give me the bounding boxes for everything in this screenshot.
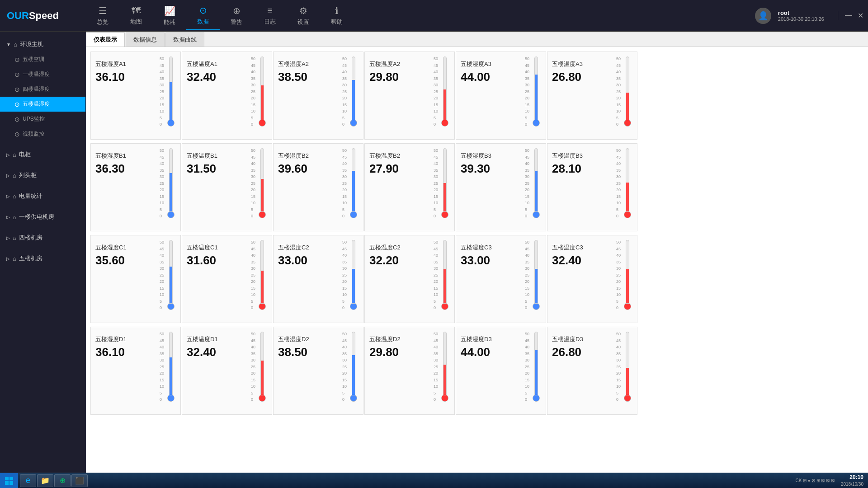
thermo-bulb-2-5 bbox=[624, 303, 631, 310]
gauge-cell-1-1[interactable]: 五楼温度B131.5050454035302520151050 bbox=[182, 143, 272, 231]
gauge-row-0: 五楼湿度A136.1050454035302520151050五楼温度A132.… bbox=[90, 52, 863, 140]
nav-help[interactable]: ℹ 帮助 bbox=[320, 2, 354, 30]
gauge-cell-2-4[interactable]: 五楼湿度C333.0050454035302520151050 bbox=[456, 235, 546, 323]
tab-data-curve[interactable]: 数据曲线 bbox=[165, 33, 204, 47]
nav-energy[interactable]: 📈 能耗 bbox=[153, 2, 186, 30]
thermo-tube-0-2 bbox=[352, 56, 355, 120]
floor4-room-house-icon: ⌂ bbox=[13, 235, 16, 241]
taskbar-items: e 📁 ⊕ ⬛ bbox=[18, 474, 793, 487]
gauge-cell-2-2[interactable]: 五楼湿度C233.0050454035302520151050 bbox=[273, 235, 363, 323]
thermo-body-2-5 bbox=[624, 240, 631, 310]
gauge-cell-2-0[interactable]: 五楼湿度C135.6050454035302520151050 bbox=[90, 235, 181, 323]
sidebar-group-elec-header[interactable]: ▷ ⌂ 电柜 bbox=[0, 147, 85, 162]
thermometer-2-4: 50454035302520151050 bbox=[524, 240, 539, 310]
gauge-cell-0-3[interactable]: 五楼温度A229.8050454035302520151050 bbox=[364, 52, 455, 140]
nav-log[interactable]: ≡ 日志 bbox=[253, 2, 287, 29]
taskbar-terminal-button[interactable]: ⬛ bbox=[71, 474, 88, 487]
gauge-value-3-3: 29.80 bbox=[369, 345, 399, 359]
thermometer-1-2: 50454035302520151050 bbox=[341, 148, 357, 218]
power-stat-group-label: 电量统计 bbox=[19, 192, 42, 200]
thermo-tube-2-2 bbox=[352, 240, 355, 304]
data-icon: ⊙ bbox=[199, 5, 207, 16]
thermo-tube-2-1 bbox=[260, 240, 264, 304]
nav-alert[interactable]: ⊕ 警告 bbox=[220, 2, 253, 30]
username: root bbox=[778, 9, 824, 16]
gauge-cell-0-0[interactable]: 五楼湿度A136.1050454035302520151050 bbox=[90, 52, 181, 140]
nav-map[interactable]: 🗺 地图 bbox=[119, 2, 153, 29]
gauge-cell-1-5[interactable]: 五楼温度B328.1050454035302520151050 bbox=[547, 143, 637, 231]
thermo-body-3-3 bbox=[442, 332, 448, 402]
sidebar-group-floor4-room-header[interactable]: ▷ ⌂ 四楼机房 bbox=[0, 230, 85, 245]
thermometer-3-2: 50454035302520151050 bbox=[341, 332, 357, 402]
gauge-cell-3-0[interactable]: 五楼湿度D136.1050454035302520151050 bbox=[90, 327, 181, 415]
taskbar-folder-button[interactable]: 📁 bbox=[37, 474, 53, 487]
floor5-temp-dot-icon: ⊙ bbox=[14, 101, 20, 108]
gauge-cell-3-1[interactable]: 五楼温度D132.4050454035302520151050 bbox=[182, 327, 272, 415]
nav-datetime: 2018-10-30 20:10:26 bbox=[778, 16, 824, 22]
gauge-cell-2-3[interactable]: 五楼温度C232.2050454035302520151050 bbox=[364, 235, 455, 323]
gauge-label-2-5: 五楼温度C3 bbox=[552, 244, 583, 252]
taskbar-ie-button[interactable]: e bbox=[20, 474, 36, 487]
gauge-label-2-0: 五楼湿度C1 bbox=[95, 244, 127, 252]
thermo-bulb-0-4 bbox=[533, 119, 540, 127]
thermo-bulb-3-5 bbox=[624, 394, 631, 402]
thermometer-0-2: 50454035302520151050 bbox=[341, 56, 357, 127]
gauge-cell-0-2[interactable]: 五楼湿度A238.5050454035302520151050 bbox=[273, 52, 363, 140]
gauge-cell-3-2[interactable]: 五楼湿度D238.5050454035302520151050 bbox=[273, 327, 363, 415]
sidebar-item-ac[interactable]: ⊙ 五楼空调 bbox=[0, 52, 85, 67]
sidebar-group-floor5-room-header[interactable]: ▷ ⌂ 五楼机房 bbox=[0, 251, 85, 266]
thermo-tube-1-2 bbox=[352, 148, 355, 212]
top-nav: OURSpeed ☰ 总览 🗺 地图 📈 能耗 ⊙ 数据 ⊕ 警告 ≡ 日志 ⚙… bbox=[0, 0, 868, 32]
gauge-cell-2-5[interactable]: 五楼温度C332.4050454035302520151050 bbox=[547, 235, 637, 323]
nav-data[interactable]: ⊙ 数据 bbox=[186, 1, 220, 30]
gauge-cell-1-3[interactable]: 五楼温度B227.9050454035302520151050 bbox=[364, 143, 455, 231]
sidebar-item-video[interactable]: ⊙ 视频监控 bbox=[0, 127, 85, 141]
env-expand-arrow: ▼ bbox=[6, 42, 11, 47]
gauge-label-2-4: 五楼湿度C3 bbox=[461, 244, 492, 252]
gauge-cell-3-4[interactable]: 五楼湿度D344.0050454035302520151050 bbox=[456, 327, 546, 415]
sidebar-group-power-stat-header[interactable]: ▷ ⌂ 电量统计 bbox=[0, 188, 85, 204]
thermo-body-1-2 bbox=[350, 148, 357, 218]
sidebar-group-floor1-power-header[interactable]: ▷ ⌂ 一楼供电机房 bbox=[0, 209, 85, 225]
sidebar-item-floor4-temp[interactable]: ⊙ 四楼温湿度 bbox=[0, 82, 85, 97]
gauge-cell-2-1[interactable]: 五楼温度C131.6050454035302520151050 bbox=[182, 235, 272, 323]
floor5-temp-label: 五楼温湿度 bbox=[23, 100, 50, 108]
gauge-label-3-3: 五楼温度D2 bbox=[369, 335, 401, 343]
floor1-temp-label: 一楼温湿度 bbox=[23, 70, 50, 78]
gauge-cell-1-4[interactable]: 五楼湿度B339.3050454035302520151050 bbox=[456, 143, 546, 231]
thermo-bulb-0-5 bbox=[624, 119, 631, 127]
gauge-cell-3-5[interactable]: 五楼温度D326.8050454035302520151050 bbox=[547, 327, 637, 415]
sidebar-group-row-cabinet-header[interactable]: ▷ ⌂ 列头柜 bbox=[0, 168, 85, 183]
sidebar-item-floor5-temp[interactable]: ⊙ 五楼温湿度 bbox=[0, 97, 85, 112]
nav-overview[interactable]: ☰ 总览 bbox=[86, 2, 119, 30]
gauge-cell-1-2[interactable]: 五楼湿度B239.6050454035302520151050 bbox=[273, 143, 363, 231]
gauge-cell-1-0[interactable]: 五楼湿度B136.3050454035302520151050 bbox=[90, 143, 181, 231]
sidebar-group-power-stat: ▷ ⌂ 电量统计 bbox=[0, 186, 85, 206]
thermo-fill-3-2 bbox=[352, 355, 355, 395]
gauge-label-1-4: 五楼湿度B3 bbox=[461, 152, 491, 160]
thermo-tube-1-4 bbox=[534, 148, 538, 212]
tab-data-info[interactable]: 数据信息 bbox=[126, 33, 165, 47]
gauge-container[interactable]: 五楼湿度A136.1050454035302520151050五楼温度A132.… bbox=[86, 47, 868, 488]
sidebar-group-env-header[interactable]: ▼ ⌂ 环境主机 bbox=[0, 37, 85, 52]
close-button[interactable]: ✕ bbox=[858, 11, 863, 20]
gauge-cell-3-3[interactable]: 五楼温度D229.8050454035302520151050 bbox=[364, 327, 455, 415]
taskbar-app-button[interactable]: ⊕ bbox=[54, 474, 71, 487]
minimize-button[interactable]: — bbox=[845, 11, 852, 20]
ups-dot-icon: ⊙ bbox=[14, 116, 20, 123]
gauge-cell-0-5[interactable]: 五楼温度A326.8050454035302520151050 bbox=[547, 52, 637, 140]
sidebar-item-ups[interactable]: ⊙ UPS监控 bbox=[0, 112, 85, 127]
thermo-body-1-1 bbox=[259, 148, 265, 218]
gauge-cell-0-4[interactable]: 五楼湿度A344.0050454035302520151050 bbox=[456, 52, 546, 140]
gauge-cell-0-1[interactable]: 五楼温度A132.4050454035302520151050 bbox=[182, 52, 272, 140]
thermo-tube-3-2 bbox=[352, 332, 355, 395]
thermo-tube-0-5 bbox=[626, 56, 629, 120]
nav-settings[interactable]: ⚙ 设置 bbox=[287, 2, 320, 30]
thermometer-1-4: 50454035302520151050 bbox=[524, 148, 539, 218]
taskbar-start-button[interactable] bbox=[0, 473, 18, 488]
thermo-fill-1-4 bbox=[535, 171, 538, 211]
gauge-value-1-4: 39.30 bbox=[461, 162, 490, 176]
tab-gauge-display[interactable]: 仪表显示 bbox=[86, 33, 125, 47]
thermo-bulb-2-3 bbox=[441, 303, 448, 310]
sidebar-item-floor1-temp[interactable]: ⊙ 一楼温湿度 bbox=[0, 67, 85, 82]
